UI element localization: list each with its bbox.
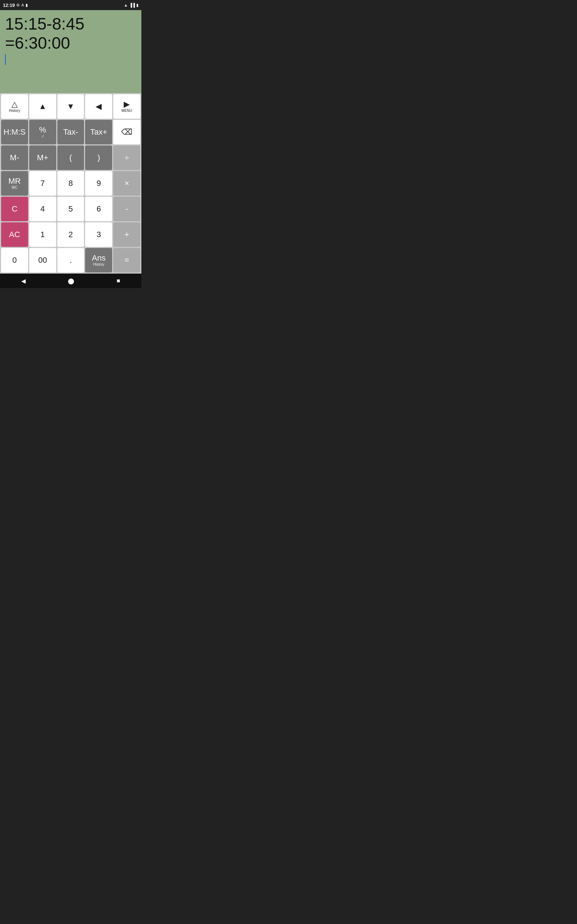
- key-row-4: C456-: [1, 197, 140, 221]
- key-4[interactable]: 4: [29, 197, 56, 221]
- battery-level-icon: ▮: [136, 3, 139, 8]
- key-arrow-left-label: ◀: [95, 102, 102, 110]
- key-add-label: +: [124, 231, 129, 239]
- settings-icon: ⚙: [16, 3, 20, 8]
- key-2-label: 2: [69, 231, 73, 239]
- key-percent-label: %: [39, 126, 46, 134]
- key-4-label: 4: [40, 205, 45, 213]
- key-open-paren-label: (: [69, 154, 72, 162]
- signal-icon: ▐▐: [129, 3, 135, 7]
- key-multiply[interactable]: ×: [113, 171, 140, 195]
- nav-bar: ◀ ⬤ ■: [0, 274, 141, 288]
- key-row-0: △History▲▼◀▶MENU: [1, 94, 140, 119]
- key-arrow-down[interactable]: ▼: [57, 94, 84, 119]
- key-divide-label: ÷: [125, 154, 129, 162]
- key-mr-mc[interactable]: MRMC: [1, 171, 28, 195]
- key-hms-label: H:M:S: [3, 128, 26, 136]
- key-7-label: 7: [40, 179, 45, 187]
- status-right: ▲ ▐▐ ▮: [124, 3, 139, 8]
- key-8-label: 8: [69, 179, 73, 187]
- key-00[interactable]: 00: [29, 248, 56, 273]
- key-percent-sublabel: √: [42, 135, 44, 138]
- key-equals[interactable]: =: [113, 248, 140, 273]
- key-0-label: 0: [12, 256, 16, 264]
- nav-home-button[interactable]: ⬤: [68, 278, 74, 284]
- key-5-label: 5: [69, 205, 73, 213]
- key-subtract[interactable]: -: [113, 197, 140, 221]
- key-mr-mc-label: MR: [8, 177, 21, 185]
- key-m-plus[interactable]: M+: [29, 145, 56, 170]
- key-9-label: 9: [97, 179, 101, 187]
- key-tax-minus[interactable]: Tax-: [57, 120, 84, 144]
- key-ans-history-sublabel: History: [93, 263, 104, 267]
- key-history-sublabel: History: [9, 109, 20, 113]
- key-8[interactable]: 8: [57, 171, 84, 195]
- key-mr-mc-sublabel: MC: [12, 186, 18, 189]
- key-m-plus-label: M+: [37, 154, 48, 162]
- key-arrow-up-label: ▲: [39, 102, 47, 110]
- key-row-5: AC123+: [1, 222, 140, 247]
- key-ans-history-label: Ans: [92, 254, 106, 262]
- key-history[interactable]: △History: [1, 94, 28, 119]
- key-0[interactable]: 0: [1, 248, 28, 273]
- key-ans-history[interactable]: AnsHistory: [85, 248, 112, 273]
- key-arrow-down-label: ▼: [67, 102, 75, 110]
- key-c-label: C: [11, 205, 17, 213]
- key-2[interactable]: 2: [57, 222, 84, 247]
- key-1[interactable]: 1: [29, 222, 56, 247]
- key-divide[interactable]: ÷: [113, 145, 140, 170]
- key-ac-label: AC: [9, 231, 20, 239]
- wifi-icon: ▲: [124, 3, 128, 7]
- key-history-label: △: [11, 100, 18, 108]
- display-line2: =6:30:00: [5, 34, 70, 52]
- key-arrow-left[interactable]: ◀: [85, 94, 112, 119]
- key-open-paren[interactable]: (: [57, 145, 84, 170]
- status-time: 12:19: [3, 3, 15, 8]
- key-arrow-up[interactable]: ▲: [29, 94, 56, 119]
- key-9[interactable]: 9: [85, 171, 112, 195]
- key-hms[interactable]: H:M:S: [1, 120, 28, 144]
- status-left: 12:19 ⚙ A ▮: [3, 3, 28, 8]
- key-backspace[interactable]: ⌫: [113, 120, 140, 144]
- key-m-minus[interactable]: M-: [1, 145, 28, 170]
- key-5[interactable]: 5: [57, 197, 84, 221]
- key-row-6: 000.AnsHistory=: [1, 248, 140, 273]
- key-menu[interactable]: ▶MENU: [113, 94, 140, 119]
- key-1-label: 1: [40, 231, 45, 239]
- key-tax-plus-label: Tax+: [90, 128, 107, 136]
- key-dot-label: .: [69, 256, 72, 264]
- key-equals-label: =: [124, 256, 129, 264]
- key-row-1: H:M:S%√Tax-Tax+⌫: [1, 120, 140, 144]
- nav-recent-button[interactable]: ■: [117, 278, 121, 284]
- key-m-minus-label: M-: [10, 154, 19, 162]
- key-menu-label: ▶: [124, 100, 130, 108]
- key-ac[interactable]: AC: [1, 222, 28, 247]
- a-icon: A: [21, 3, 24, 7]
- battery-icon: ▮: [26, 3, 28, 8]
- key-close-paren[interactable]: ): [85, 145, 112, 170]
- key-dot[interactable]: .: [57, 248, 84, 273]
- key-backspace-label: ⌫: [121, 128, 132, 136]
- key-00-label: 00: [38, 256, 47, 264]
- key-add[interactable]: +: [113, 222, 140, 247]
- nav-back-button[interactable]: ◀: [21, 278, 26, 284]
- status-bar: 12:19 ⚙ A ▮ ▲ ▐▐ ▮: [0, 0, 141, 10]
- key-6-label: 6: [97, 205, 101, 213]
- key-3[interactable]: 3: [85, 222, 112, 247]
- key-multiply-label: ×: [124, 179, 129, 187]
- display-line1: 15:15-8:45: [5, 15, 84, 33]
- key-c[interactable]: C: [1, 197, 28, 221]
- key-7[interactable]: 7: [29, 171, 56, 195]
- key-menu-sublabel: MENU: [121, 109, 132, 113]
- key-tax-minus-label: Tax-: [63, 128, 78, 136]
- cursor: [5, 54, 6, 65]
- key-subtract-label: -: [126, 205, 128, 213]
- key-close-paren-label: ): [97, 154, 100, 162]
- key-percent[interactable]: %√: [29, 120, 56, 144]
- key-3-label: 3: [97, 231, 101, 239]
- keypad: △History▲▼◀▶MENUH:M:S%√Tax-Tax+⌫M-M+()÷M…: [0, 93, 141, 274]
- key-row-2: M-M+()÷: [1, 145, 140, 170]
- key-6[interactable]: 6: [85, 197, 112, 221]
- key-tax-plus[interactable]: Tax+: [85, 120, 112, 144]
- key-row-3: MRMC789×: [1, 171, 140, 195]
